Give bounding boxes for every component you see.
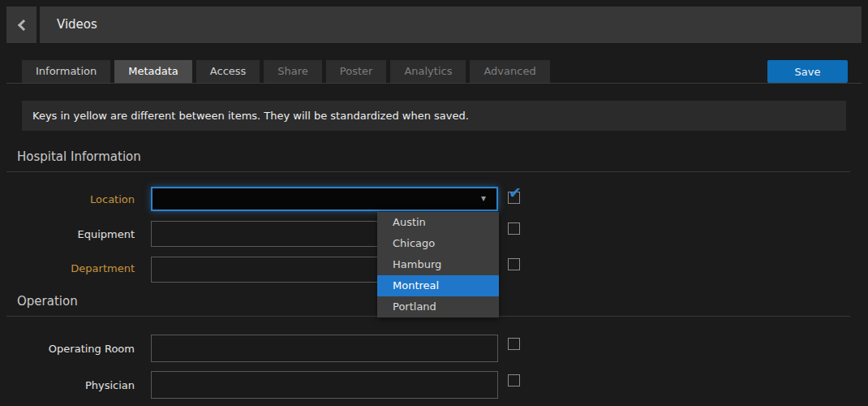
checkmark-icon: ✔: [509, 185, 522, 201]
tab-metadata[interactable]: Metadata: [114, 60, 192, 83]
dropdown-option-austin[interactable]: Austin: [377, 212, 499, 233]
chevron-left-icon: [17, 19, 28, 30]
tab-list: Information Metadata Access Share Poster…: [22, 60, 862, 83]
physician-input[interactable]: [151, 371, 498, 399]
tab-advanced[interactable]: Advanced: [470, 60, 549, 83]
label-physician: Physician: [0, 379, 135, 391]
dropdown-option-chicago[interactable]: Chicago: [377, 233, 499, 254]
label-location: Location: [0, 193, 135, 205]
label-department: Department: [0, 262, 135, 274]
operating-room-input[interactable]: [151, 335, 498, 362]
save-button[interactable]: Save: [767, 60, 848, 83]
dropdown-option-hamburg[interactable]: Hamburg: [377, 254, 499, 275]
location-dropdown-menu: Austin Chicago Hamburg Montreal Portland: [377, 212, 499, 317]
tab-bar: Information Metadata Access Share Poster…: [6, 60, 862, 84]
department-checkbox[interactable]: [508, 258, 520, 270]
label-operating-room: Operating Room: [0, 343, 135, 355]
tab-information[interactable]: Information: [22, 60, 110, 83]
tab-access[interactable]: Access: [196, 60, 260, 83]
header-bar: Videos: [6, 6, 862, 43]
dropdown-option-montreal[interactable]: Montreal: [377, 275, 499, 296]
chevron-down-icon: ▾: [481, 192, 486, 204]
equipment-checkbox[interactable]: [508, 222, 520, 235]
location-checkbox[interactable]: ✔: [508, 192, 520, 204]
tab-share[interactable]: Share: [264, 60, 322, 83]
label-equipment: Equipment: [0, 228, 135, 240]
operating-room-checkbox[interactable]: [508, 338, 520, 350]
physician-checkbox[interactable]: [508, 374, 520, 387]
info-banner: Keys in yellow are different between ite…: [22, 101, 846, 131]
page-title: Videos: [40, 6, 862, 43]
back-button[interactable]: [6, 6, 37, 43]
dropdown-option-portland[interactable]: Portland: [377, 296, 499, 317]
location-select[interactable]: ▾: [151, 187, 498, 211]
section-heading-hospital-information: Hospital Information: [6, 149, 850, 172]
tab-poster[interactable]: Poster: [326, 60, 387, 83]
tab-analytics[interactable]: Analytics: [390, 60, 466, 83]
